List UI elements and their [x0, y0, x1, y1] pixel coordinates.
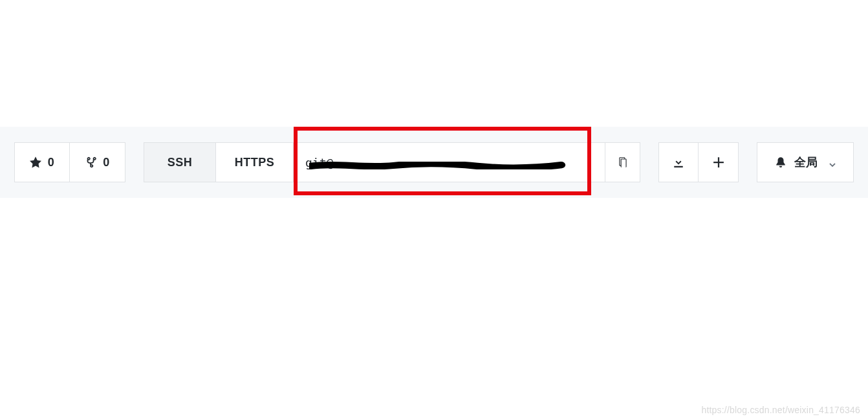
notifications-dropdown[interactable]: 全局	[757, 142, 854, 182]
tab-ssh[interactable]: SSH	[144, 142, 216, 182]
clone-url-input[interactable]: git@	[294, 142, 605, 182]
bell-icon	[775, 156, 787, 168]
download-icon	[673, 156, 684, 168]
tab-https-label: HTTPS	[235, 156, 275, 169]
fork-icon	[85, 156, 96, 168]
chevron-down-icon	[829, 158, 836, 166]
tab-ssh-label: SSH	[168, 156, 193, 169]
notifications-label: 全局	[794, 155, 818, 170]
copy-url-button[interactable]	[605, 142, 640, 182]
redaction-stroke	[309, 158, 589, 166]
clone-cluster: SSH HTTPS git@	[144, 142, 640, 182]
clone-tabs: SSH HTTPS	[144, 142, 294, 182]
copy-icon	[617, 156, 629, 168]
plus-icon	[713, 156, 724, 168]
stats-group: 0 0	[14, 142, 125, 182]
fork-button[interactable]: 0	[70, 142, 125, 182]
repo-action-toolbar: 0 0 SSH HTTPS git@	[0, 127, 868, 198]
star-count: 0	[48, 156, 55, 169]
star-button[interactable]: 0	[14, 142, 70, 182]
tab-https[interactable]: HTTPS	[216, 142, 294, 182]
watermark-text: https://blog.csdn.net/weixin_41176346	[701, 405, 860, 415]
download-button[interactable]	[658, 142, 699, 182]
clone-url-value: git@	[305, 156, 333, 169]
actions-group	[658, 142, 739, 182]
fork-count: 0	[103, 156, 110, 169]
star-icon	[30, 156, 41, 168]
add-button[interactable]	[699, 142, 739, 182]
